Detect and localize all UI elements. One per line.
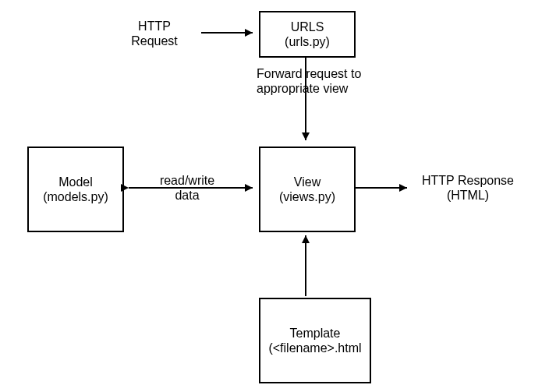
forward-request-label: Forward request to appropriate view xyxy=(257,66,389,96)
template-sub: (<filename>.html xyxy=(268,341,361,355)
http-request-line1: HTTP xyxy=(115,19,193,34)
http-request-line2: Request xyxy=(115,34,193,48)
urls-box: URLS (urls.py) xyxy=(259,11,356,58)
http-response-label: HTTP Response (HTML) xyxy=(413,173,522,203)
rw-line2: data xyxy=(148,188,226,203)
view-box: View (views.py) xyxy=(259,147,356,232)
template-box: Template (<filename>.html xyxy=(259,298,371,383)
resp-line2: (HTML) xyxy=(413,188,522,203)
model-title: Model xyxy=(58,175,93,189)
rw-line1: read/write xyxy=(148,173,226,188)
forward-line2: appropriate view xyxy=(257,81,389,96)
model-sub: (models.py) xyxy=(43,189,108,204)
urls-sub: (urls.py) xyxy=(285,34,330,49)
resp-line1: HTTP Response xyxy=(413,173,522,188)
model-box: Model (models.py) xyxy=(27,147,124,232)
http-request-label: HTTP Request xyxy=(115,19,193,48)
urls-title: URLS xyxy=(291,19,324,34)
readwrite-label: read/write data xyxy=(148,173,226,203)
template-title: Template xyxy=(290,326,341,341)
view-sub: (views.py) xyxy=(279,189,335,204)
forward-line1: Forward request to xyxy=(257,66,389,81)
view-title: View xyxy=(294,175,320,189)
